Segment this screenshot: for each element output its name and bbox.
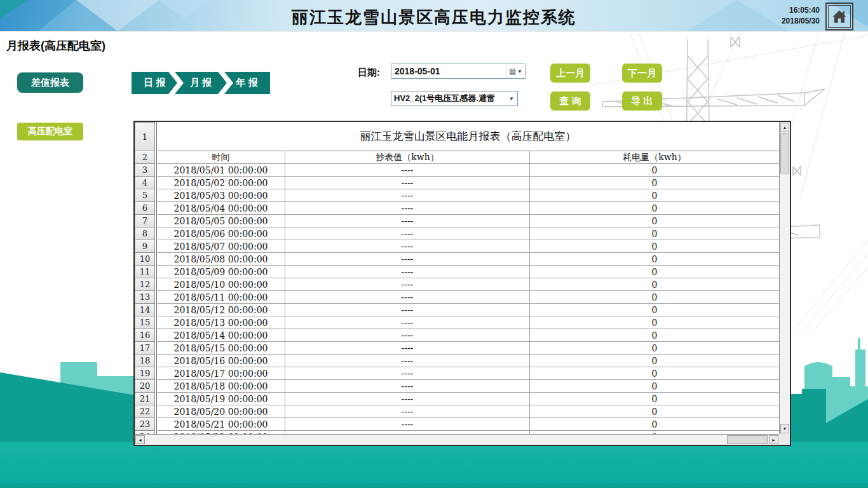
clock: 16:05:40 2018/05/30 xyxy=(782,5,820,27)
table-row: 5 2018/05/03 00:00:00 ---- 0 xyxy=(135,189,779,202)
table-row: 10 2018/05/08 00:00:00 ---- 0 xyxy=(135,253,779,266)
cell-consumption: 0 xyxy=(529,177,779,189)
home-button[interactable] xyxy=(825,3,853,30)
page-title: 月报表(高压配电室) xyxy=(6,38,105,53)
hv-room-button[interactable]: 高压配电室 xyxy=(17,123,83,140)
diff-report-button[interactable]: 差值报表 xyxy=(17,72,83,93)
cell-reading: ---- xyxy=(285,342,529,355)
cell-reading: ---- xyxy=(285,405,529,418)
table-row: 7 2018/05/05 00:00:00 ---- 0 xyxy=(135,215,779,227)
tab-daily-report[interactable]: 日 报 xyxy=(132,72,178,94)
row-number: 10 xyxy=(135,253,155,266)
cell-reading: ---- xyxy=(285,177,529,189)
table-row: 6 2018/05/04 00:00:00 ---- 0 xyxy=(135,202,779,215)
date-input[interactable]: 2018-05-01 ▦ ▼ xyxy=(391,64,526,79)
app-root: 丽江玉龙雪山景区高压电力监控系统 16:05:40 2018/05/30 月报表… xyxy=(0,0,868,488)
device-select-value: HV2_2(1号电压互感器.避雷 xyxy=(391,93,506,104)
table-header-row: 2 时间 抄表值（kwh） 耗电量（kwh） xyxy=(135,151,779,164)
horizontal-scrollbar-thumb[interactable] xyxy=(727,435,768,444)
row-number: 23 xyxy=(135,418,155,431)
cell-reading: ---- xyxy=(285,189,529,202)
table-row: 11 2018/05/09 00:00:00 ---- 0 xyxy=(135,266,779,278)
scroll-right-button[interactable]: ► xyxy=(769,435,778,444)
cell-consumption: 0 xyxy=(529,355,779,367)
row-number: 22 xyxy=(135,405,155,418)
cell-consumption: 0 xyxy=(529,316,779,329)
cell-consumption: 0 xyxy=(529,393,779,405)
cell-reading: ---- xyxy=(285,418,529,431)
cell-reading: ---- xyxy=(285,355,529,367)
row-number: 1 xyxy=(135,122,155,151)
table-row: 18 2018/05/16 00:00:00 ---- 0 xyxy=(135,355,779,367)
date-picker-button[interactable]: ▦ ▼ xyxy=(506,64,525,78)
table-row: 22 2018/05/20 00:00:00 ---- 0 xyxy=(135,405,779,418)
vertical-scrollbar-thumb[interactable] xyxy=(780,133,789,173)
tab-monthly-report[interactable]: 月 报 xyxy=(178,72,224,94)
cell-time: 2018/05/01 00:00:00 xyxy=(156,164,285,177)
row-number: 2 xyxy=(135,151,155,164)
table-row: 9 2018/05/07 00:00:00 ---- 0 xyxy=(135,240,779,253)
cell-time: 2018/05/02 00:00:00 xyxy=(156,177,285,189)
query-button[interactable]: 查 询 xyxy=(550,92,590,111)
cell-time: 2018/05/20 00:00:00 xyxy=(156,405,285,418)
table-row: 20 2018/05/18 00:00:00 ---- 0 xyxy=(135,380,779,393)
export-button[interactable]: 导 出 xyxy=(622,92,662,111)
cell-reading: ---- xyxy=(285,329,529,342)
cell-consumption: 0 xyxy=(529,164,779,177)
row-number: 21 xyxy=(135,393,155,405)
cell-time: 2018/05/04 00:00:00 xyxy=(156,202,285,215)
prev-month-button[interactable]: 上一月 xyxy=(550,64,590,83)
cell-time: 2018/05/09 00:00:00 xyxy=(156,266,285,278)
app-title: 丽江玉龙雪山景区高压电力监控系统 xyxy=(0,6,868,29)
clock-time: 16:05:40 xyxy=(782,5,820,16)
vertical-scrollbar[interactable]: ▲ ▼ xyxy=(779,122,790,434)
dropdown-arrow-icon: ▼ xyxy=(506,96,517,102)
row-number: 3 xyxy=(135,164,155,177)
cell-time: 2018/05/06 00:00:00 xyxy=(156,227,285,240)
table-body: 3 2018/05/01 00:00:00 ---- 0 4 2018/05/0… xyxy=(135,164,779,434)
cell-consumption: 0 xyxy=(529,418,779,431)
cell-time: 2018/05/12 00:00:00 xyxy=(156,304,285,316)
row-number: 15 xyxy=(135,316,155,329)
cell-consumption: 0 xyxy=(529,227,779,240)
row-number: 19 xyxy=(135,367,155,380)
cell-reading: ---- xyxy=(285,227,529,240)
cell-time: 2018/05/10 00:00:00 xyxy=(156,278,285,291)
row-number: 5 xyxy=(135,189,155,202)
cell-time: 2018/05/07 00:00:00 xyxy=(156,240,285,253)
row-number: 11 xyxy=(135,266,155,278)
row-number: 16 xyxy=(135,329,155,342)
device-select[interactable]: HV2_2(1号电压互感器.避雷 ▼ xyxy=(391,91,518,106)
table-title-row: 1 丽江玉龙雪山景区电能月报表（高压配电室） xyxy=(135,122,779,151)
cell-time: 2018/05/14 00:00:00 xyxy=(156,329,285,342)
cell-time: 2018/05/19 00:00:00 xyxy=(156,393,285,405)
table-row: 23 2018/05/21 00:00:00 ---- 0 xyxy=(135,418,779,431)
table-row: 21 2018/05/19 00:00:00 ---- 0 xyxy=(135,393,779,405)
cell-time: 2018/05/15 00:00:00 xyxy=(156,342,285,355)
cell-consumption: 0 xyxy=(529,266,779,278)
cell-consumption: 0 xyxy=(529,291,779,304)
tab-yearly-report[interactable]: 年 报 xyxy=(224,72,270,94)
scroll-left-button[interactable]: ◄ xyxy=(135,435,145,444)
column-header-reading: 抄表值（kwh） xyxy=(285,151,529,164)
horizontal-scrollbar[interactable]: ◄ ► xyxy=(135,434,779,445)
cell-time: 2018/05/18 00:00:00 xyxy=(156,380,285,393)
scroll-down-button[interactable]: ▼ xyxy=(780,424,789,433)
scroll-up-button[interactable]: ▲ xyxy=(780,123,789,132)
cell-reading: ---- xyxy=(285,202,529,215)
clock-date: 2018/05/30 xyxy=(782,16,820,27)
table-row: 13 2018/05/11 00:00:00 ---- 0 xyxy=(135,291,779,304)
cell-reading: ---- xyxy=(285,215,529,227)
table-grid: 1 丽江玉龙雪山景区电能月报表（高压配电室） 2 时间 抄表值（kwh） 耗电量… xyxy=(135,122,779,434)
table-row: 4 2018/05/02 00:00:00 ---- 0 xyxy=(135,177,779,189)
cell-reading: ---- xyxy=(285,278,529,291)
column-header-time: 时间 xyxy=(156,151,285,164)
next-month-button[interactable]: 下一月 xyxy=(622,64,662,83)
monthly-report-table: 1 丽江玉龙雪山景区电能月报表（高压配电室） 2 时间 抄表值（kwh） 耗电量… xyxy=(133,121,791,446)
row-number: 4 xyxy=(135,177,155,189)
cell-consumption: 0 xyxy=(529,367,779,380)
cell-consumption: 0 xyxy=(529,253,779,266)
row-number: 7 xyxy=(135,215,155,227)
cell-consumption: 0 xyxy=(529,215,779,227)
cell-reading: ---- xyxy=(285,291,529,304)
